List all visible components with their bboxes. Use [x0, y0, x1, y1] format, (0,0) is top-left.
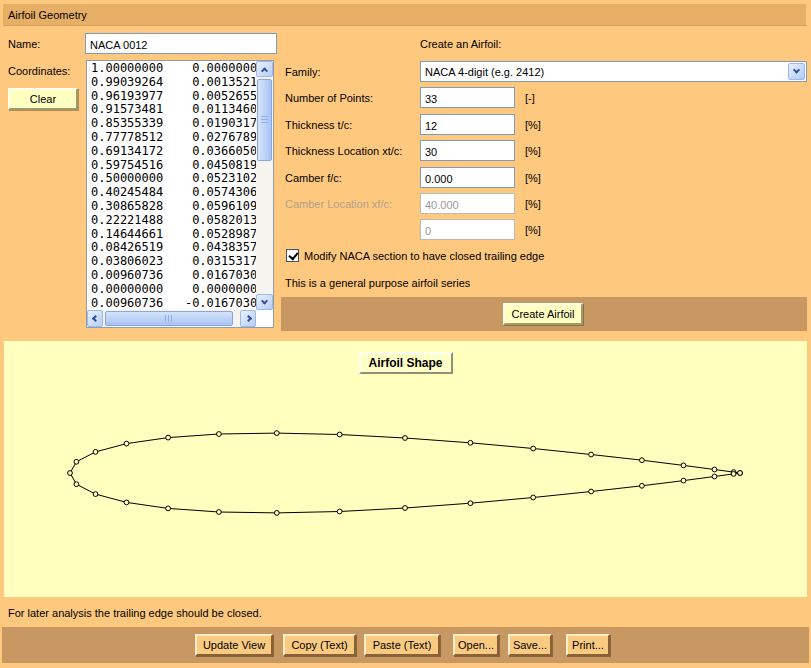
airfoil-point [531, 495, 536, 500]
open-label: Open... [458, 639, 494, 651]
points-label: Number of Points: [285, 92, 373, 104]
points-unit: [-] [525, 92, 535, 104]
copy-text-button[interactable]: Copy (Text) [283, 634, 356, 656]
airfoil-point [337, 432, 342, 437]
coordinates-textarea[interactable]: 1.00000000 0.00000000 0.99039264 0.00135… [86, 60, 274, 328]
family-dropdown-button[interactable] [788, 63, 805, 80]
print-label: Print... [572, 639, 604, 651]
window-title: Airfoil Geometry [8, 9, 87, 21]
vertical-scrollbar[interactable] [256, 61, 273, 310]
closed-te-checkbox-label: Modify NACA section to have closed trail… [304, 250, 544, 262]
airfoil-point [403, 436, 408, 441]
points-input[interactable] [420, 87, 515, 108]
horizontal-scroll-thumb[interactable] [105, 311, 233, 326]
airfoil-point [124, 441, 129, 446]
airfoil-point [468, 440, 473, 445]
chevron-down-icon [793, 67, 800, 74]
coordinates-text[interactable]: 1.00000000 0.00000000 0.99039264 0.00135… [87, 61, 256, 310]
airfoil-shape-panel: Airfoil Shape [4, 341, 807, 597]
airfoil-point [640, 458, 645, 463]
airfoil-outline [70, 433, 740, 513]
airfoil-point [68, 471, 73, 476]
camber-unit: [%] [525, 172, 541, 184]
family-selected-value: NACA 4-digit (e.g. 2412) [421, 66, 788, 78]
update-view-button[interactable]: Update View [195, 634, 273, 656]
chevron-down-icon [261, 297, 268, 304]
print-button[interactable]: Print... [566, 634, 610, 656]
airfoil-point [738, 471, 743, 476]
camber-location-unit: [%] [525, 198, 541, 210]
create-airfoil-button-label: Create Airfoil [512, 308, 575, 320]
open-button[interactable]: Open... [453, 634, 499, 656]
thickness-location-label: Thickness Location xt/c: [285, 145, 402, 157]
airfoil-point [166, 435, 171, 440]
airfoil-point [274, 431, 279, 436]
family-label: Family: [285, 66, 320, 78]
scroll-right-button[interactable] [240, 310, 256, 327]
airfoil-point [274, 511, 279, 516]
airfoil-point [403, 506, 408, 511]
scroll-down-button[interactable] [256, 294, 273, 310]
extra-parameter-input [420, 219, 515, 240]
airfoil-point [74, 459, 79, 464]
paste-text-label: Paste (Text) [373, 639, 432, 651]
scroll-up-button[interactable] [256, 61, 273, 77]
airfoil-point [468, 501, 473, 506]
extra-parameter-unit: [%] [525, 224, 541, 236]
update-view-label: Update View [203, 639, 265, 651]
airfoil-point [124, 500, 129, 505]
save-label: Save... [513, 639, 547, 651]
camber-label: Camber f/c: [285, 172, 342, 184]
airfoil-point [217, 432, 222, 437]
name-label: Name: [8, 38, 40, 50]
thickness-input[interactable] [420, 114, 515, 135]
airfoil-point [166, 506, 171, 511]
airfoil-plot [4, 341, 807, 597]
create-panel-title: Create an Airfoil: [420, 38, 501, 50]
chevron-left-icon [91, 315, 98, 322]
plot-title: Airfoil Shape [358, 352, 452, 374]
chevron-up-icon [261, 67, 268, 74]
airfoil-point [589, 452, 594, 457]
copy-text-label: Copy (Text) [291, 639, 347, 651]
thickness-unit: [%] [525, 119, 541, 131]
horizontal-scrollbar[interactable] [87, 310, 256, 327]
thickness-location-unit: [%] [525, 145, 541, 157]
airfoil-point [640, 483, 645, 488]
airfoil-point [93, 492, 98, 497]
create-airfoil-button[interactable]: Create Airfoil [503, 303, 583, 325]
airfoil-point [337, 509, 342, 514]
camber-location-label: Camber Location xf/c: [285, 198, 392, 210]
trailing-edge-note: For later analysis the trailing edge sho… [8, 607, 262, 619]
airfoil-point [93, 450, 98, 455]
airfoil-point [731, 472, 736, 477]
chevron-right-icon [244, 315, 251, 322]
coordinates-label: Coordinates: [8, 65, 70, 77]
save-button[interactable]: Save... [508, 634, 552, 656]
airfoil-geometry-window: Airfoil Geometry Name: Coordinates: Clea… [0, 0, 811, 668]
clear-button[interactable]: Clear [8, 88, 78, 110]
series-description: This is a general purpose airfoil series [285, 277, 470, 289]
airfoil-point [681, 478, 686, 483]
closed-te-checkbox[interactable] [286, 249, 299, 262]
camber-input[interactable] [420, 167, 515, 188]
scroll-left-button[interactable] [87, 310, 103, 327]
airfoil-point [74, 482, 79, 487]
airfoil-point [681, 463, 686, 468]
camber-location-input [420, 193, 515, 214]
airfoil-point [531, 446, 536, 451]
airfoil-point [217, 510, 222, 515]
vertical-scroll-thumb[interactable] [257, 79, 272, 161]
paste-text-button[interactable]: Paste (Text) [364, 634, 440, 656]
airfoil-point [712, 467, 717, 472]
airfoil-point [712, 474, 717, 479]
thickness-location-input[interactable] [420, 140, 515, 161]
clear-button-label: Clear [30, 93, 56, 105]
thickness-label: Thickness t/c: [285, 119, 352, 131]
name-input[interactable] [85, 33, 277, 54]
family-select[interactable]: NACA 4-digit (e.g. 2412) [420, 61, 807, 82]
title-bar: Airfoil Geometry [3, 4, 807, 26]
airfoil-point [589, 489, 594, 494]
